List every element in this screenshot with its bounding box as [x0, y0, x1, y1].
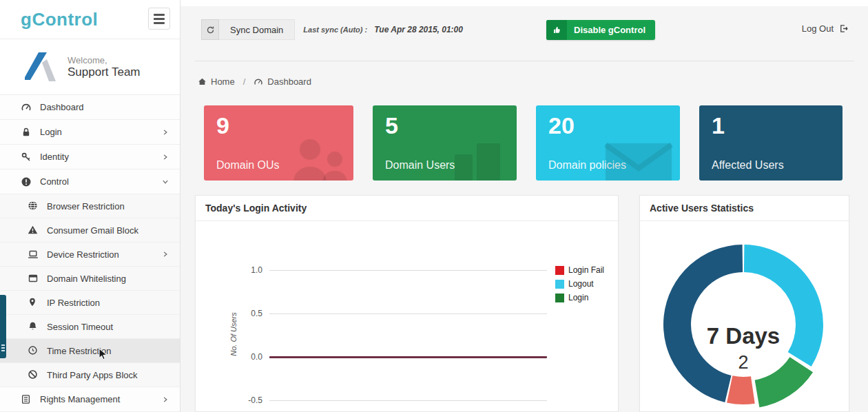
- edge-slideout-tab[interactable]: [0, 295, 6, 358]
- globe-icon: [28, 200, 39, 212]
- logout-button[interactable]: Log Out: [802, 23, 849, 34]
- donut-slice-2: [727, 375, 755, 404]
- panel-title: Active Users Statistics: [640, 196, 849, 221]
- sidebar-item-control[interactable]: Control: [0, 169, 180, 194]
- file-text-icon: [21, 394, 32, 405]
- active-users-panel: Active Users Statistics 7 Days 2: [639, 195, 849, 412]
- stat-label: Domain Users: [385, 159, 455, 172]
- login-activity-chart: 1.0 0.5 0.0 -0.5 No. Of Users Login Fail…: [196, 221, 618, 412]
- y-tick: 0.5: [235, 309, 262, 318]
- ban-icon: [28, 369, 39, 380]
- people-watermark-icon: [277, 132, 349, 181]
- legend-item-login-fail: Login Fail: [555, 265, 604, 275]
- app-logo: gControl: [21, 9, 98, 30]
- gridline: [269, 400, 547, 401]
- chevron-right-icon: [162, 129, 169, 136]
- warning-triangle-icon: [28, 225, 39, 236]
- key-icon: [21, 152, 32, 163]
- legend-swatch: [555, 266, 564, 275]
- stat-value: 20: [548, 112, 575, 139]
- alert-circle-icon: [21, 176, 32, 187]
- sidebar-header: gControl: [0, 0, 180, 39]
- envelope-watermark-icon: [600, 134, 676, 181]
- stat-value: 9: [216, 112, 229, 139]
- stat-value: 5: [385, 112, 398, 139]
- sidebar-item-session-timeout[interactable]: Session Timeout: [0, 315, 180, 339]
- chart-legend: Login Fail Logout Login: [555, 265, 604, 302]
- topbar-divider: [195, 61, 854, 61]
- donut-center-value: 2: [640, 352, 847, 373]
- gauge-icon: [21, 102, 32, 113]
- refresh-icon: [206, 25, 215, 34]
- sidebar-item-consumer-gmail-block[interactable]: Consumer Gmail Block: [0, 218, 180, 243]
- breadcrumb-separator: /: [243, 76, 246, 87]
- gauge-icon: [254, 77, 263, 87]
- sidebar-item-time-restriction[interactable]: Time Restriction: [0, 339, 180, 363]
- thumb-up-icon: [546, 20, 567, 40]
- disable-gcontrol-button[interactable]: Disable gControl: [546, 20, 655, 40]
- sidebar-item-login[interactable]: Login: [0, 120, 180, 145]
- legend-item-login: Login: [555, 293, 604, 302]
- sidebar-item-third-party-apps-block[interactable]: Third Party Apps Block: [0, 363, 180, 387]
- donut-center-label: 7 Days: [640, 323, 847, 349]
- legend-item-logout: Logout: [555, 279, 604, 289]
- stat-value: 1: [712, 112, 725, 139]
- sidebar-item-domain-whitelisting[interactable]: Domain Whitelisting: [0, 267, 180, 291]
- welcome-text: Welcome,: [68, 55, 141, 65]
- sidebar-item-browser-restriction[interactable]: Browser Restriction: [0, 194, 180, 218]
- sidebar-item-device-restriction[interactable]: Device Restriction: [0, 243, 180, 267]
- hamburger-menu-button[interactable]: [148, 8, 170, 30]
- last-sync-value: Tue Apr 28 2015, 01:00: [374, 25, 463, 34]
- panel-title: Today's Login Activity: [196, 196, 618, 221]
- main-area: Sync Domain Last sync (Auto) : Tue Apr 2…: [180, 0, 868, 412]
- stat-card-domain-ous[interactable]: 9 Domain OUs: [204, 105, 353, 181]
- chevron-right-icon: [162, 396, 169, 403]
- profile-section: Welcome, Support Team: [0, 39, 180, 95]
- bell-icon: [28, 321, 39, 332]
- gridline: [269, 313, 547, 314]
- sync-refresh-button[interactable]: [201, 19, 219, 40]
- laptop-icon: [28, 249, 39, 260]
- last-sync-label: Last sync (Auto) :: [303, 25, 367, 34]
- sidebar-item-dashboard[interactable]: Dashboard: [0, 95, 180, 120]
- y-axis-label: No. Of Users: [229, 303, 238, 365]
- breadcrumb: Home / Dashboard: [198, 76, 311, 87]
- company-logo-mark: [23, 51, 56, 83]
- logout-icon: [838, 23, 849, 34]
- sidebar-nav: Dashboard Login Identity: [0, 95, 180, 412]
- sidebar-item-rights-management[interactable]: Rights Management: [0, 387, 180, 412]
- stat-label: Affected Users: [712, 159, 784, 172]
- map-pin-icon: [28, 297, 39, 308]
- chevron-right-icon: [162, 251, 169, 258]
- user-name: Support Team: [68, 65, 141, 79]
- y-tick: -0.5: [235, 395, 262, 405]
- stat-card-domain-policies[interactable]: 20 Domain policies: [536, 105, 680, 181]
- clock-icon: [28, 345, 39, 356]
- legend-swatch: [555, 293, 564, 302]
- window-icon: [28, 273, 39, 284]
- sidebar-item-ip-restriction[interactable]: IP Restriction: [0, 291, 180, 315]
- lock-icon: [21, 127, 32, 138]
- active-users-chart: 7 Days 2: [640, 221, 849, 412]
- legend-swatch: [555, 280, 564, 289]
- hamburger-icon: [154, 14, 165, 16]
- sidebar-item-identity[interactable]: Identity: [0, 145, 180, 169]
- stat-card-domain-users[interactable]: 5 Domain Users: [373, 105, 517, 181]
- sidebar: gControl Welcome, Support Team Dashboard: [0, 0, 180, 412]
- chevron-down-icon: [162, 178, 169, 185]
- gridline: [269, 270, 547, 271]
- sync-domain-group: Sync Domain Last sync (Auto) : Tue Apr 2…: [201, 19, 463, 40]
- y-tick: 1.0: [235, 265, 262, 275]
- login-activity-panel: Today's Login Activity 1.0 0.5 0.0 -0.5 …: [195, 195, 619, 412]
- top-strip: [180, 0, 868, 6]
- sync-domain-button[interactable]: Sync Domain: [219, 19, 295, 40]
- breadcrumb-dashboard[interactable]: Dashboard: [254, 76, 311, 87]
- flat-series-line: [269, 356, 547, 358]
- breadcrumb-home[interactable]: Home: [198, 76, 235, 87]
- stat-label: Domain OUs: [216, 159, 280, 172]
- stat-card-affected-users[interactable]: 1 Affected Users: [699, 105, 843, 181]
- buildings-watermark-icon: [451, 135, 513, 181]
- chevron-right-icon: [162, 154, 169, 161]
- active-users-donut: [640, 221, 849, 412]
- home-icon: [198, 77, 207, 86]
